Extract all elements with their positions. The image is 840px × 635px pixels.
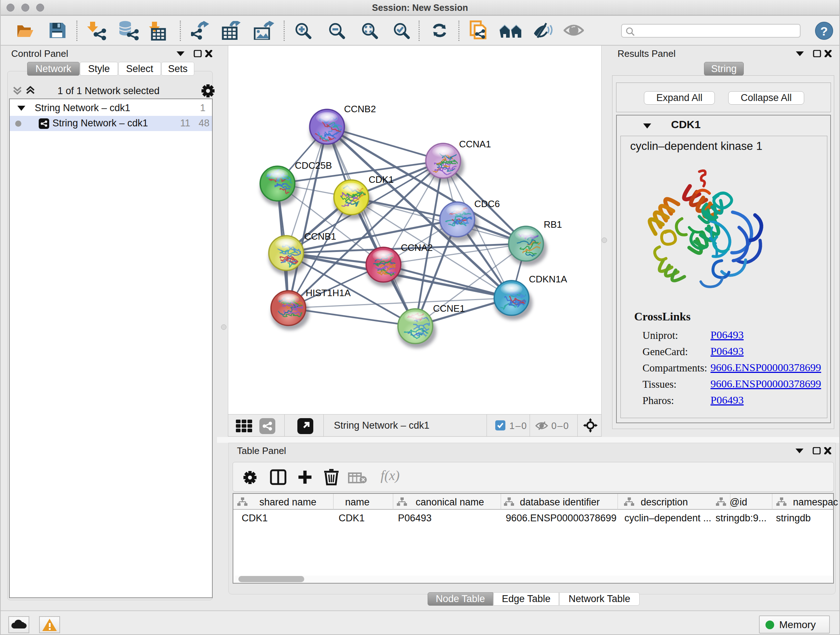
svg-text:CCNA2: CCNA2 <box>401 242 433 253</box>
svg-text:CCNB1: CCNB1 <box>304 231 336 242</box>
svg-text:CDK1: CDK1 <box>369 174 393 185</box>
svg-text:HIST1H1A: HIST1H1A <box>306 287 351 298</box>
svg-text:CCNE1: CCNE1 <box>433 303 465 314</box>
svg-text:CDC6: CDC6 <box>474 198 500 209</box>
svg-text:CDC25B: CDC25B <box>295 160 332 171</box>
svg-text:RB1: RB1 <box>544 219 562 230</box>
svg-text:CCNA1: CCNA1 <box>459 139 491 149</box>
svg-text:CDKN1A: CDKN1A <box>529 274 567 285</box>
svg-text:CCNB2: CCNB2 <box>344 103 376 114</box>
